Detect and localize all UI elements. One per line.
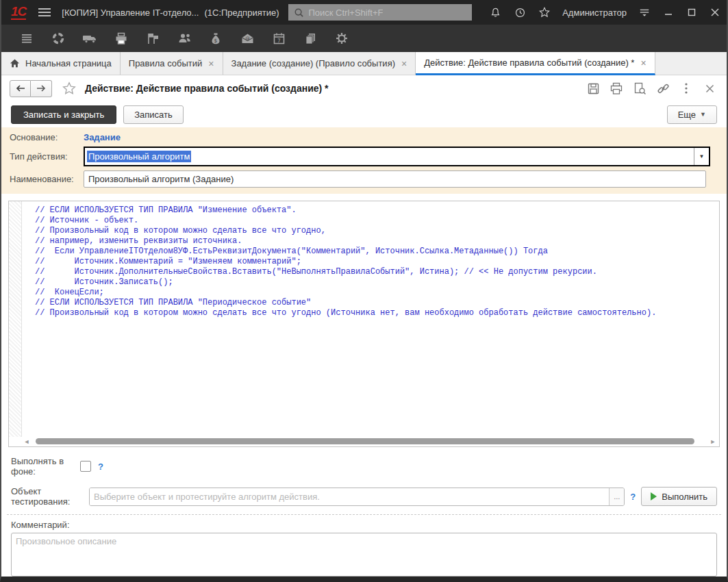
sections-toolbar: $ @ 7	[1, 25, 727, 52]
scroll-left-arrow-icon[interactable]: ◄	[22, 437, 32, 446]
chevron-down-icon: ▼	[700, 111, 706, 118]
minimize-button[interactable]	[657, 3, 680, 22]
preview-document-icon[interactable]	[631, 80, 649, 97]
history-clock-icon[interactable]	[507, 3, 532, 22]
dashed-separator	[7, 514, 721, 515]
tab-label: Действие: Действие правила событий (созд…	[424, 58, 634, 68]
tab-item[interactable]: Правила событий×	[121, 52, 223, 75]
code-editor[interactable]: // ЕСЛИ ИСПОЛЬЗУЕТСЯ ТИП ПРАВИЛА "Измене…	[8, 201, 720, 447]
tab-close-icon[interactable]: ×	[640, 58, 646, 68]
test-object-row: Объект тестирования: ... ? Выполнить	[11, 486, 717, 507]
app-title: [КОПИЯ] Управление IT-отдело...	[62, 8, 199, 18]
save-button[interactable]: Записать	[123, 105, 184, 124]
chevron-down-icon: ▼	[699, 153, 705, 160]
comment-block: Комментарий:	[11, 520, 717, 579]
user-name[interactable]: Администратор	[562, 8, 627, 18]
tab-close-icon[interactable]: ×	[401, 59, 407, 68]
tab-label: Правила событий	[129, 58, 203, 68]
action-type-selected-value: Произвольный алгоритм	[87, 151, 191, 162]
titlebar: 1С [КОПИЯ] Управление IT-отдело... (1С:П…	[1, 0, 727, 25]
run-background-row: Выполнять в фоне: ?	[11, 456, 727, 477]
flags-checkpoints-icon[interactable]	[137, 27, 168, 50]
more-button[interactable]: Еще ▼	[667, 105, 717, 124]
form-header: Действие: Действие правила событий (созд…	[1, 75, 727, 101]
gear-settings-icon[interactable]	[326, 27, 357, 50]
test-object-label: Объект тестирования:	[11, 486, 84, 507]
action-type-dropdown-button[interactable]: ▼	[694, 148, 709, 165]
tab-close-icon[interactable]: ×	[208, 59, 214, 68]
add-to-favorites-star-icon[interactable]	[62, 81, 77, 96]
global-search-input[interactable]: Поиск Ctrl+Shift+F	[288, 4, 472, 21]
scroll-right-arrow-icon[interactable]: ►	[708, 437, 718, 446]
app-title-suffix: (1С:Предприятие)	[204, 8, 279, 18]
print-icon[interactable]	[607, 80, 625, 97]
tabs-bar: Начальная страницаПравила событий×Задани…	[1, 52, 727, 75]
name-input[interactable]	[84, 170, 706, 188]
svg-text:$: $	[214, 37, 218, 43]
service-menu-icon[interactable]	[632, 3, 657, 22]
copies-icon[interactable]	[294, 27, 326, 50]
more-button-label: Еще	[678, 110, 696, 120]
run-button[interactable]: Выполнить	[641, 487, 717, 506]
back-button[interactable]	[10, 80, 31, 97]
tab-item[interactable]: Начальная страница	[1, 52, 121, 75]
horizontal-scrollbar[interactable]: ◄ ►	[22, 437, 718, 446]
link-chain-icon[interactable]	[654, 80, 672, 97]
action-type-label: Тип действия:	[10, 151, 84, 162]
favorites-star-icon[interactable]	[532, 3, 557, 22]
test-object-input[interactable]	[90, 488, 609, 505]
comment-label: Комментарий:	[11, 520, 717, 530]
save-and-close-button[interactable]: Записать и закрыть	[11, 105, 116, 124]
parameters-panel: Основание: Задание Тип действия: Произво…	[1, 127, 727, 194]
name-label: Наименование:	[10, 174, 84, 184]
tab-active[interactable]: Действие: Действие правила событий (созд…	[416, 52, 655, 75]
dashboard-target-icon[interactable]	[42, 27, 74, 50]
test-object-field[interactable]: ...	[89, 488, 625, 506]
comment-textarea[interactable]	[11, 533, 717, 577]
svg-text:@: @	[245, 36, 250, 41]
svg-text:7: 7	[277, 37, 281, 43]
run-button-label: Выполнить	[662, 492, 707, 502]
notifications-bell-icon[interactable]	[483, 3, 507, 22]
base-value-link[interactable]: Задание	[84, 132, 121, 142]
test-object-choose-button[interactable]: ...	[609, 488, 624, 505]
maximize-button[interactable]	[680, 3, 703, 22]
home-icon	[10, 58, 20, 68]
1c-logo-icon: 1С	[11, 5, 26, 20]
run-background-help-link[interactable]: ?	[98, 461, 103, 472]
more-kebab-icon[interactable]	[677, 80, 695, 97]
code-editor-gutter	[9, 201, 22, 437]
scrollbar-track[interactable]	[32, 437, 708, 446]
tab-label: Задание (создание) (Правило события)	[231, 58, 395, 68]
users-icon[interactable]	[168, 27, 200, 50]
command-bar: Записать и закрыть Записать Еще ▼	[1, 101, 727, 127]
printer-icon[interactable]	[105, 27, 137, 50]
run-background-checkbox[interactable]	[80, 461, 91, 472]
search-icon	[294, 8, 304, 18]
money-bag-icon[interactable]: $	[200, 27, 231, 50]
page-title: Действие: Действие правила событий (созд…	[85, 83, 329, 94]
close-window-button[interactable]	[703, 3, 727, 22]
calendar-7-icon[interactable]: 7	[263, 27, 294, 50]
forward-button[interactable]	[31, 80, 52, 97]
tab-item[interactable]: Задание (создание) (Правило события)×	[223, 52, 416, 75]
menu-lines-icon[interactable]	[11, 27, 42, 50]
play-icon	[651, 492, 657, 501]
save-floppy-icon[interactable]	[584, 80, 602, 97]
app-window: 1С [КОПИЯ] Управление IT-отдело... (1С:П…	[0, 0, 728, 582]
base-label: Основание:	[10, 132, 84, 142]
action-type-combobox[interactable]: Произвольный алгоритм ▼	[84, 147, 710, 166]
tab-label: Начальная страница	[25, 58, 112, 68]
code-editor-text[interactable]: // ЕСЛИ ИСПОЛЬЗУЕТСЯ ТИП ПРАВИЛА "Измене…	[23, 205, 718, 435]
delivery-truck-icon[interactable]	[74, 27, 105, 50]
scrollbar-thumb[interactable]	[36, 438, 694, 444]
mail-at-icon[interactable]: @	[231, 27, 263, 50]
close-form-icon[interactable]	[701, 80, 718, 97]
search-placeholder: Поиск Ctrl+Shift+F	[308, 8, 383, 18]
test-object-help-link[interactable]: ?	[630, 492, 636, 502]
main-menu-icon[interactable]	[38, 8, 51, 16]
run-background-label: Выполнять в фоне:	[11, 456, 80, 477]
